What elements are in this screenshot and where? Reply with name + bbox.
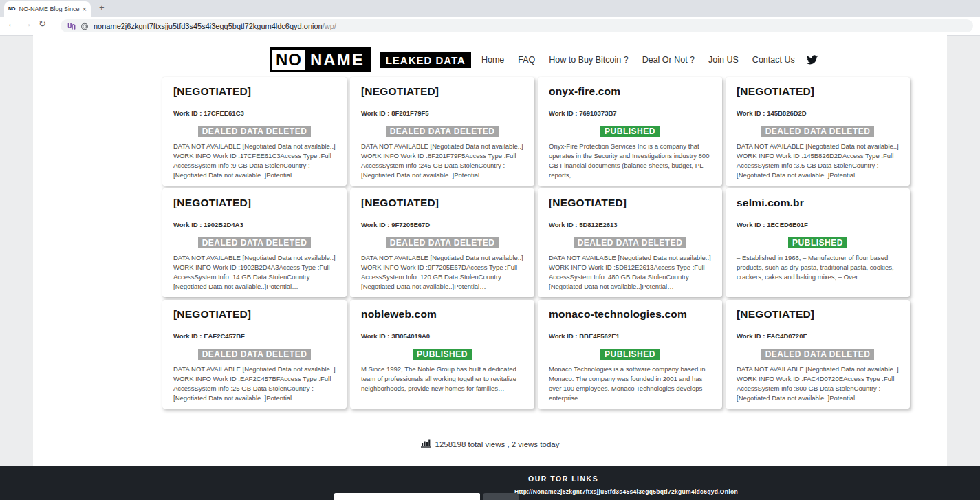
leak-card[interactable]: [NEGOTIATED] Work ID : 1902B2D4A3 DEALED…: [162, 188, 347, 297]
leak-card[interactable]: [NEGOTIATED] Work ID : FAC4D0720E DEALED…: [726, 300, 910, 409]
nav-item-home[interactable]: Home: [481, 55, 504, 65]
leak-card[interactable]: nobleweb.com Work ID : 3B054019A0 PUBLIS…: [350, 300, 534, 409]
status-badge: DEALED DATA DELETED: [761, 126, 875, 137]
status-badge: DEALED DATA DELETED: [386, 126, 499, 137]
status-badge-row: DEALED DATA DELETED: [737, 347, 899, 360]
logo-no: NO: [272, 50, 305, 70]
card-title: onyx-fire.com: [549, 85, 711, 98]
status-badge-row: DEALED DATA DELETED: [173, 347, 336, 360]
leak-card[interactable]: [NEGOTIATED] Work ID : 17CFEE61C3 DEALED…: [162, 77, 347, 186]
tab-title: NO-NAME Blog Since 2020 – 20: [19, 6, 80, 12]
browser-toolbar: ← → ↻ noname2j6zkgnt7ftxsjju5tfd3s45s4i3…: [0, 17, 980, 35]
browser-window: NO NO-NAME Blog Since 2020 – 20 × + ← → …: [0, 0, 980, 500]
status-badge-row: PUBLISHED: [361, 347, 523, 360]
card-excerpt: DATA NOT AVAILABLE [Negotiated Data not …: [361, 253, 523, 292]
card-work-id: Work ID : BBE4F562E1: [549, 332, 711, 340]
twitter-icon[interactable]: [807, 55, 818, 65]
reload-icon[interactable]: ↻: [39, 19, 46, 29]
card-work-id: Work ID : 1ECED6E01F: [737, 221, 899, 228]
card-excerpt: DATA NOT AVAILABLE [Negotiated Data not …: [173, 253, 336, 292]
card-title: [NEGOTIATED]: [173, 85, 336, 98]
page-content: NO NAME LEAKED DATA Home FAQ How to Buy …: [33, 35, 947, 466]
status-badge-row: DEALED DATA DELETED: [173, 236, 336, 248]
card-title: nobleweb.com: [361, 308, 523, 320]
browser-tab[interactable]: NO NO-NAME Blog Since 2020 – 20 ×: [4, 1, 91, 17]
status-badge-row: DEALED DATA DELETED: [361, 236, 523, 248]
leaked-data-badge: LEAKED DATA: [380, 52, 471, 68]
card-excerpt: DATA NOT AVAILABLE [Negotiated Data not …: [361, 142, 523, 180]
url-path: /wp/: [323, 22, 336, 30]
address-bar[interactable]: noname2j6zkgnt7ftxsjju5tfd3s45s4i3egq5bq…: [61, 19, 973, 32]
views-chart-icon: [421, 438, 431, 450]
leak-card[interactable]: [NEGOTIATED] Work ID : 145B826D2D DEALED…: [726, 77, 910, 186]
card-excerpt: DATA NOT AVAILABLE [Negotiated Data not …: [549, 253, 711, 292]
leak-card[interactable]: [NEGOTIATED] Work ID : 5D812E2613 DEALED…: [538, 188, 722, 297]
status-badge: DEALED DATA DELETED: [761, 349, 875, 360]
nav-item-contact-us[interactable]: Contact Us: [752, 55, 795, 65]
nav-item-faq[interactable]: FAQ: [518, 55, 535, 65]
new-tab-icon[interactable]: +: [99, 2, 105, 12]
nav-item-join-us[interactable]: Join US: [708, 55, 739, 65]
card-work-id: Work ID : 1902B2D4A3: [173, 221, 336, 228]
tor-circuit-icon[interactable]: [67, 22, 76, 30]
card-excerpt: DATA NOT AVAILABLE [Negotiated Data not …: [173, 142, 336, 180]
status-badge: DEALED DATA DELETED: [198, 237, 312, 248]
cards-grid: [NEGOTIATED] Work ID : 17CFEE61C3 DEALED…: [162, 77, 910, 409]
status-badge-row: DEALED DATA DELETED: [549, 236, 711, 248]
views-text: 1258198 total views , 2 views today: [435, 440, 560, 448]
card-title: monaco-technologies.com: [549, 308, 711, 320]
leak-card[interactable]: [NEGOTIATED] Work ID : 8F201F79F5 DEALED…: [350, 77, 534, 186]
status-badge-row: PUBLISHED: [549, 347, 711, 360]
card-work-id: Work ID : 8F201F79F5: [361, 109, 523, 117]
footer-input[interactable]: [334, 493, 480, 500]
noname-logo[interactable]: NO NAME: [270, 47, 371, 72]
onion-site-icon[interactable]: [80, 22, 89, 30]
card-work-id: Work ID : 145B826D2D: [737, 109, 899, 117]
card-title: [NEGOTIATED]: [361, 197, 523, 209]
card-title: [NEGOTIATED]: [737, 308, 899, 320]
card-title: selmi.com.br: [737, 197, 899, 209]
forward-icon[interactable]: →: [23, 19, 32, 29]
card-title: [NEGOTIATED]: [737, 85, 899, 98]
card-title: [NEGOTIATED]: [361, 85, 523, 98]
card-work-id: Work ID : FAC4D0720E: [737, 332, 899, 340]
card-excerpt: DATA NOT AVAILABLE [Negotiated Data not …: [737, 365, 899, 403]
card-work-id: Work ID : 17CFEE61C3: [173, 109, 336, 117]
status-badge-row: DEALED DATA DELETED: [173, 124, 336, 137]
url-host: noname2j6zkgnt7ftxsjju5tfd3s45s4i3egq5bq…: [94, 22, 323, 30]
logo-name: NAME: [305, 50, 369, 70]
card-work-id: Work ID : 3B054019A0: [361, 332, 523, 340]
card-work-id: Work ID : 76910373B7: [549, 109, 711, 117]
leak-card[interactable]: monaco-technologies.com Work ID : BBE4F5…: [538, 300, 722, 409]
status-badge-row: DEALED DATA DELETED: [737, 124, 899, 137]
tor-link[interactable]: Http://Noname2j6zkgnt7ftxsjju5tfd3s45s4i…: [514, 488, 738, 495]
status-badge: DEALED DATA DELETED: [198, 126, 312, 137]
nav-item-how-to-buy-bitcoin[interactable]: How to Buy Bitcoin ?: [549, 55, 628, 65]
status-badge: PUBLISHED: [600, 126, 660, 137]
card-excerpt: Monaco Technologies is a software compan…: [549, 365, 711, 403]
leak-card[interactable]: selmi.com.br Work ID : 1ECED6E01F PUBLIS…: [726, 188, 910, 297]
main-nav: Home FAQ How to Buy Bitcoin ? Deal Or No…: [481, 55, 795, 65]
status-badge-row: PUBLISHED: [737, 236, 899, 248]
card-excerpt: M Since 1992, The Noble Group has built …: [361, 365, 523, 393]
leak-card[interactable]: [NEGOTIATED] Work ID : EAF2C457BF DEALED…: [162, 300, 347, 409]
status-badge: DEALED DATA DELETED: [386, 237, 499, 248]
card-title: [NEGOTIATED]: [173, 308, 336, 320]
footer-submit-button[interactable]: [483, 493, 519, 500]
views-counter: 1258198 total views , 2 views today: [33, 438, 947, 450]
leak-card[interactable]: onyx-fire.com Work ID : 76910373B7 PUBLI…: [538, 77, 722, 186]
status-badge: DEALED DATA DELETED: [198, 349, 312, 360]
leak-card[interactable]: [NEGOTIATED] Work ID : 9F7205E67D DEALED…: [350, 188, 534, 297]
tab-strip: NO NO-NAME Blog Since 2020 – 20 × +: [0, 0, 980, 17]
status-badge: DEALED DATA DELETED: [574, 237, 687, 248]
back-icon[interactable]: ←: [7, 19, 16, 29]
close-tab-icon[interactable]: ×: [83, 5, 87, 13]
card-title: [NEGOTIATED]: [173, 197, 336, 209]
card-excerpt: DATA NOT AVAILABLE [Negotiated Data not …: [173, 365, 336, 403]
nav-item-deal-or-not[interactable]: Deal Or Not ?: [642, 55, 695, 65]
card-work-id: Work ID : EAF2C457BF: [173, 332, 336, 340]
card-excerpt: Onyx-Fire Protection Services Inc is a c…: [549, 142, 711, 180]
status-badge-row: PUBLISHED: [549, 124, 711, 137]
status-badge: PUBLISHED: [600, 349, 660, 360]
card-title: [NEGOTIATED]: [549, 197, 711, 209]
